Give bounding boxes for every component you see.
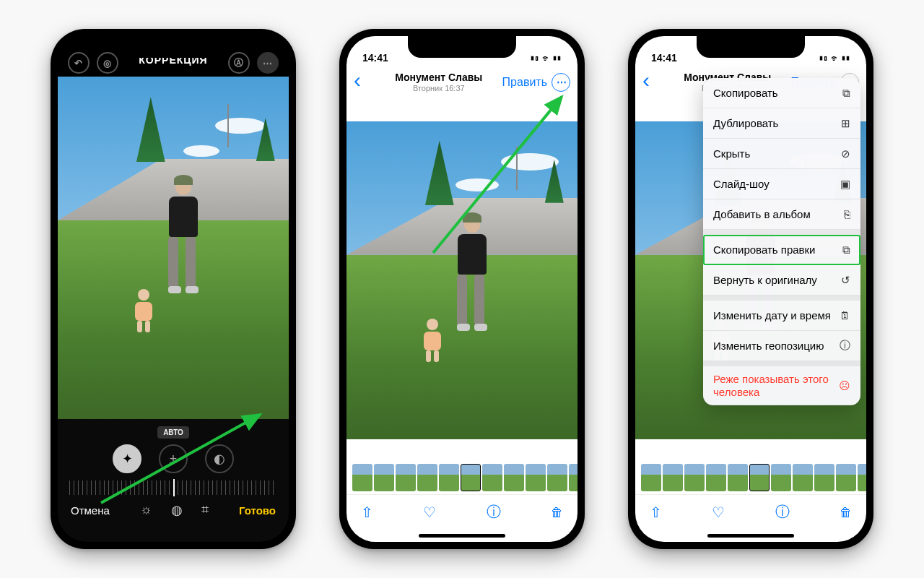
menu-item-label: Реже показывать этого человека [713,373,839,398]
add-album-icon: ⎘ [844,208,850,220]
share-icon[interactable]: ⇧ [361,504,373,521]
nav-bar: Монумент Славы Вторник 16:37 Править ⋯ [346,65,578,100]
copy-edits-icon: ⧉ [842,243,850,256]
menu-item-duplicate[interactable]: Дублировать⊞ [703,108,860,139]
photo-content [58,77,289,419]
photo-title: Монумент Славы [375,72,502,83]
edit-button[interactable]: Править [502,76,547,89]
photo-toolbar: ⇧ [635,494,866,529]
phone-edit-screen: ↶ ◎ КОРРЕКЦИЯ Ⓐ ⋯ [51,29,296,549]
menu-item-location[interactable]: Изменить геопозициюⓘ [703,331,860,361]
filters-icon[interactable]: ◍ [171,502,183,518]
exposure-icon[interactable]: ± [159,444,188,473]
adjustment-slider[interactable] [69,480,277,495]
menu-item-date[interactable]: Изменить дату и время🗓 [703,301,860,331]
info-icon[interactable] [487,502,501,522]
phone-photo-view: 14:41 ▮▯ ᯤ ▮▮ Монумент Славы Вторник 16:… [339,29,585,549]
back-button[interactable] [642,70,664,95]
revert-icon[interactable]: ↶ [68,52,90,74]
thumbnail-strip[interactable] [346,461,578,494]
cancel-button[interactable]: Отмена [71,504,110,517]
status-time: 14:41 [651,52,677,64]
menu-item-copy-edits[interactable]: Скопировать правки⧉ [703,235,860,265]
notch [408,36,516,58]
menu-item-label: Вернуть к оригиналу [713,274,817,286]
photo-content [346,121,578,439]
adjust-icon[interactable]: ☼ [140,502,152,518]
menu-item-label: Изменить дату и время [713,309,831,322]
menu-item-label: Скопировать правки [713,243,815,256]
phone-context-menu: 14:41 ▮▯ ᯤ ▮▮ Монумент Славы Вторник 16:… [628,29,873,549]
more-button[interactable]: ⋯ [552,73,570,92]
menu-item-person-less[interactable]: Реже показывать этого человека☹ [703,366,860,405]
menu-item-add-album[interactable]: Добавить в альбом⎘ [703,199,860,230]
status-icons: ▮▯ ᯤ ▮▮ [531,53,562,64]
done-button[interactable]: Готово [239,504,276,517]
date-icon: 🗓 [840,309,850,322]
menu-item-slideshow[interactable]: Слайд-шоу▣ [703,169,860,199]
menu-item-label: Дублировать [713,117,778,129]
trash-icon[interactable] [551,504,563,520]
home-indicator [346,529,578,542]
contrast-icon[interactable]: ◐ [205,444,234,473]
menu-item-label: Скопировать [713,87,778,99]
menu-item-label: Слайд-шоу [713,178,770,190]
favorite-icon[interactable] [423,504,436,521]
menu-item-label: Скрыть [713,147,750,160]
trash-icon[interactable] [840,504,852,520]
context-menu: Скопировать⧉Дублировать⊞Скрыть⊘Слайд-шоу… [703,78,860,405]
menu-item-copy[interactable]: Скопировать⧉ [703,78,860,108]
revert-icon: ↺ [841,274,850,287]
photo-toolbar: ⇧ [346,494,578,529]
copy-icon: ⧉ [842,87,850,100]
photo-viewer[interactable] [346,100,578,461]
crop-icon[interactable]: ⌗ [201,502,209,518]
photo-subtitle: Вторник 16:37 [375,84,502,92]
status-time: 14:41 [362,52,388,64]
notch [119,36,227,58]
menu-item-hide[interactable]: Скрыть⊘ [703,139,860,169]
thumbnail-strip[interactable] [635,461,866,494]
markup-icon[interactable]: Ⓐ [228,52,250,74]
photo-canvas[interactable] [58,77,289,419]
favorite-icon[interactable] [712,504,725,521]
slideshow-icon: ▣ [840,178,850,191]
more-icon[interactable]: ⋯ [257,52,279,74]
menu-item-revert[interactable]: Вернуть к оригиналу↺ [703,265,860,296]
info-icon[interactable] [775,502,790,522]
menu-item-label: Добавить в альбом [713,208,811,220]
share-icon[interactable]: ⇧ [650,504,662,521]
photo-title-block: Монумент Славы Вторник 16:37 [375,72,502,92]
home-indicator [635,529,866,542]
back-button[interactable] [354,70,375,95]
duplicate-icon: ⊞ [841,117,850,130]
auto-label: АВТО [157,426,189,439]
status-icons: ▮▯ ᯤ ▮▮ [819,53,850,64]
person-less-icon: ☹ [839,379,850,392]
auto-wand-icon[interactable]: ✦ [113,444,141,473]
hide-icon: ⊘ [841,147,850,160]
menu-item-label: Изменить геопозицию [713,340,824,352]
notch [697,36,805,58]
live-icon[interactable]: ◎ [97,52,118,74]
edit-controls: АВТО ✦ ± ◐ Отмена ☼ ◍ ⌗ Готово [58,419,289,542]
location-icon: ⓘ [840,339,850,353]
